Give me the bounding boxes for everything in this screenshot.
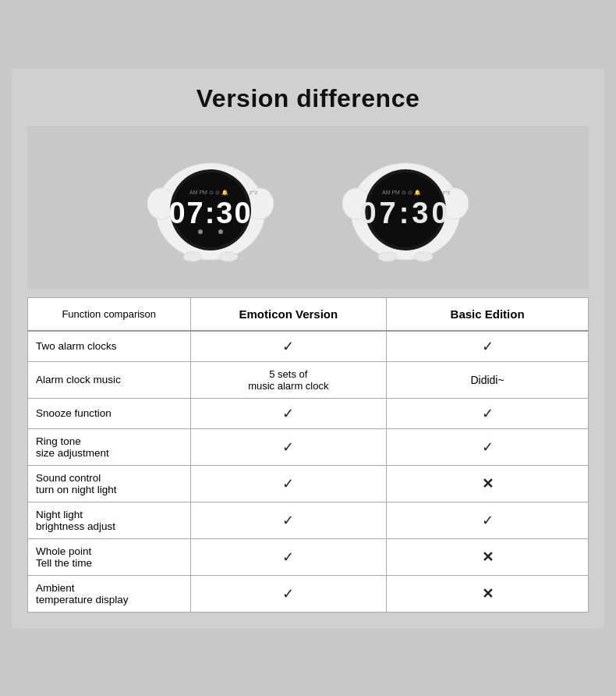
check-icon: ✓: [282, 513, 294, 528]
basic-clock-image: AM PM ⊙ ⊙ 🔔 z^z 07:30: [339, 141, 472, 266]
table-row: Snooze function✓✓: [28, 398, 589, 428]
emoticon-value-cell: ✓: [190, 502, 387, 538]
table-row: Ring tone size adjustment✓✓: [28, 428, 589, 465]
basic-value-cell: ✕: [387, 465, 589, 502]
emoticon-value-cell: 5 sets of music alarm clock: [190, 361, 387, 398]
feature-cell: Whole point Tell the time: [28, 538, 191, 575]
svg-point-11: [219, 252, 238, 261]
cross-icon: ✕: [482, 586, 494, 602]
svg-point-21: [414, 252, 433, 261]
table-row: Ambient temperature display✓✕: [28, 575, 589, 612]
check-icon: ✓: [282, 476, 294, 492]
emoticon-value-cell: ✓: [190, 538, 387, 575]
header-col-basic: Basic Edition: [387, 297, 589, 331]
svg-text:07:30: 07:30: [359, 197, 451, 229]
main-card: Version difference AM PM ⊙ ⊙ 🔔 z^z 07:30: [12, 69, 604, 628]
basic-value-cell: ✓: [387, 428, 589, 465]
feature-cell: Alarm clock music: [28, 361, 191, 398]
basic-value-cell: Dididi~: [387, 361, 589, 398]
feature-cell: Two alarm clocks: [28, 331, 191, 362]
emoticon-value-cell: ✓: [190, 398, 387, 428]
emoticon-value-cell: ✓: [190, 428, 387, 465]
basic-value-cell: ✓: [387, 331, 589, 362]
svg-text:z^z: z^z: [250, 190, 258, 195]
emoticon-value-cell: ✓: [190, 331, 387, 362]
cross-icon: ✕: [482, 476, 494, 492]
product-images: AM PM ⊙ ⊙ 🔔 z^z 07:30: [27, 126, 589, 289]
page-title: Version difference: [27, 84, 589, 113]
header-col-feature: Function comparison: [28, 297, 191, 331]
svg-text:AM PM ⊙ ⊙ 🔔: AM PM ⊙ ⊙ 🔔: [189, 189, 228, 196]
check-icon: ✓: [482, 406, 494, 421]
check-icon: ✓: [282, 549, 294, 565]
check-icon: ✓: [282, 406, 294, 421]
basic-value-cell: ✕: [387, 575, 589, 612]
feature-cell: Ambient temperature display: [28, 575, 191, 612]
feature-cell: Night light brightness adjust: [28, 502, 191, 538]
basic-value-cell: ✕: [387, 538, 589, 575]
table-row: Sound control turn on night light✓✕: [28, 465, 589, 502]
basic-value-cell: ✓: [387, 398, 589, 428]
svg-point-8: [198, 229, 203, 234]
check-icon: ✓: [282, 586, 294, 602]
comparison-table: Function comparison Emoticon Version Bas…: [27, 297, 589, 613]
svg-point-10: [183, 252, 202, 261]
svg-point-20: [378, 252, 397, 261]
check-icon: ✓: [482, 513, 494, 528]
table-row: Alarm clock music5 sets of music alarm c…: [28, 361, 589, 398]
check-icon: ✓: [482, 439, 494, 455]
check-icon: ✓: [282, 439, 294, 455]
feature-cell: Snooze function: [28, 398, 191, 428]
cross-icon: ✕: [482, 549, 494, 565]
emoticon-clock-image: AM PM ⊙ ⊙ 🔔 z^z 07:30: [144, 141, 277, 266]
feature-cell: Ring tone size adjustment: [28, 428, 191, 465]
feature-cell: Sound control turn on night light: [28, 465, 191, 502]
check-icon: ✓: [482, 339, 494, 354]
table-row: Night light brightness adjust✓✓: [28, 502, 589, 538]
emoticon-value-cell: ✓: [190, 465, 387, 502]
header-col-emoticon: Emoticon Version: [190, 297, 387, 331]
check-icon: ✓: [282, 339, 294, 354]
svg-text:07:30: 07:30: [168, 197, 252, 229]
table-header-row: Function comparison Emoticon Version Bas…: [28, 297, 589, 331]
svg-text:z^z: z^z: [442, 190, 451, 195]
emoticon-value-cell: ✓: [190, 575, 387, 612]
svg-point-9: [218, 229, 223, 234]
basic-value-cell: ✓: [387, 502, 589, 538]
table-row: Whole point Tell the time✓✕: [28, 538, 589, 575]
table-row: Two alarm clocks✓✓: [28, 331, 589, 362]
svg-text:AM PM ⊙ ⊙ 🔔: AM PM ⊙ ⊙ 🔔: [382, 189, 421, 196]
